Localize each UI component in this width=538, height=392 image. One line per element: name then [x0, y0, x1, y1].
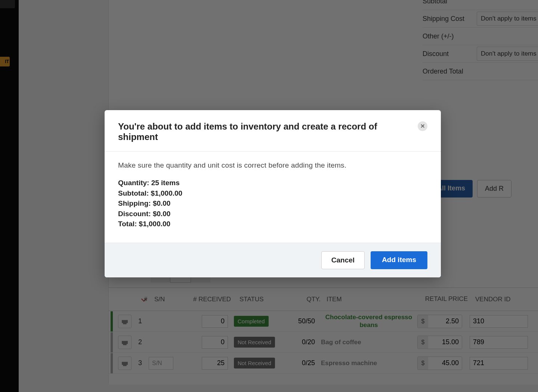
shipping-value: $0.00 — [153, 199, 171, 207]
modal-hint: Make sure the quantity and unit cost is … — [118, 161, 427, 169]
discount-label: Discount: — [118, 210, 151, 218]
subtotal-label: Subtotal: — [118, 189, 149, 197]
close-icon: ✕ — [420, 123, 425, 130]
subtotal-value: $1,000.00 — [151, 189, 183, 197]
discount-value: $0.00 — [153, 210, 171, 218]
quantity-value: 25 items — [151, 179, 180, 187]
modal-title: You're about to add items to inventory a… — [118, 121, 418, 142]
confirm-shipment-modal: You're about to add items to inventory a… — [105, 110, 441, 277]
close-button[interactable]: ✕ — [418, 121, 427, 131]
quantity-label: Quantity: — [118, 179, 149, 187]
total-value: $1,000.00 — [139, 220, 171, 228]
add-items-button[interactable]: Add items — [371, 251, 427, 269]
cancel-button[interactable]: Cancel — [321, 251, 365, 269]
total-label: Total: — [118, 220, 137, 228]
shipping-label: Shipping: — [118, 199, 151, 207]
